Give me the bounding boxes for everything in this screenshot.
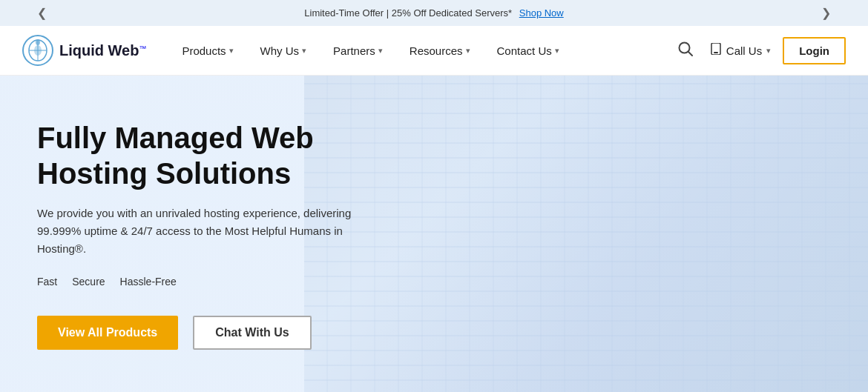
hero-content: Fully Managed Web Hosting Solutions We p… (0, 76, 430, 392)
logo-name: Liquid Web™ (59, 42, 146, 59)
svg-rect-9 (714, 52, 718, 53)
chevron-down-icon: ▾ (555, 46, 559, 56)
logo-icon (22, 35, 53, 66)
nav-label-partners: Partners (333, 44, 375, 57)
nav-right: Call Us ▾ Login (673, 36, 846, 65)
nav-label-products: Products (182, 44, 226, 57)
banner-shop-now-link[interactable]: Shop Now (519, 7, 564, 19)
navbar: Liquid Web™ Products ▾ Why Us ▾ Partners… (0, 26, 868, 76)
chevron-down-icon: ▾ (229, 46, 234, 56)
nav-item-products[interactable]: Products ▾ (168, 37, 246, 64)
hero-section: Fully Managed Web Hosting Solutions We p… (0, 76, 868, 392)
search-button[interactable] (673, 36, 698, 65)
phone-icon (710, 43, 722, 58)
svg-point-5 (36, 39, 40, 45)
hero-tag-hasslefree: Hassle-Free (120, 273, 177, 292)
banner-prev-arrow[interactable]: ❮ (30, 6, 54, 20)
banner-next-arrow[interactable]: ❯ (814, 6, 838, 20)
chevron-down-icon: ▾ (766, 46, 771, 56)
call-us-label: Call Us (726, 44, 762, 57)
nav-item-partners[interactable]: Partners ▾ (320, 37, 396, 64)
hero-tags: Fast Secure Hassle-Free (37, 273, 393, 292)
hero-buttons: View All Products Chat With Us (37, 316, 393, 350)
view-all-products-button[interactable]: View All Products (37, 316, 178, 350)
hero-tag-secure: Secure (72, 273, 105, 292)
nav-label-resources: Resources (410, 44, 463, 57)
top-banner: ❮ Limited-Time Offer | 25% Off Dedicated… (0, 0, 868, 26)
login-button[interactable]: Login (783, 37, 846, 64)
nav-item-contact[interactable]: Contact Us ▾ (484, 37, 573, 64)
search-icon (677, 41, 694, 57)
hero-subtitle: We provide you with an unrivaled hosting… (37, 205, 393, 258)
hero-title: Fully Managed Web Hosting Solutions (37, 120, 393, 191)
call-us-button[interactable]: Call Us ▾ (710, 43, 771, 58)
nav-label-contact: Contact Us (497, 44, 552, 57)
chevron-down-icon: ▾ (302, 46, 306, 56)
chevron-down-icon: ▾ (378, 46, 383, 56)
nav-item-resources[interactable]: Resources ▾ (396, 37, 484, 64)
chevron-down-icon: ▾ (466, 46, 470, 56)
nav-links: Products ▾ Why Us ▾ Partners ▾ Resources… (168, 37, 672, 64)
banner-offer-text: Limited-Time Offer | 25% Off Dedicated S… (54, 7, 814, 19)
nav-item-whyus[interactable]: Why Us ▾ (247, 37, 320, 64)
svg-line-7 (688, 51, 692, 56)
nav-label-whyus: Why Us (260, 44, 300, 57)
chat-with-us-button[interactable]: Chat With Us (193, 316, 311, 350)
hero-tag-fast: Fast (37, 273, 57, 292)
logo[interactable]: Liquid Web™ (22, 35, 146, 66)
